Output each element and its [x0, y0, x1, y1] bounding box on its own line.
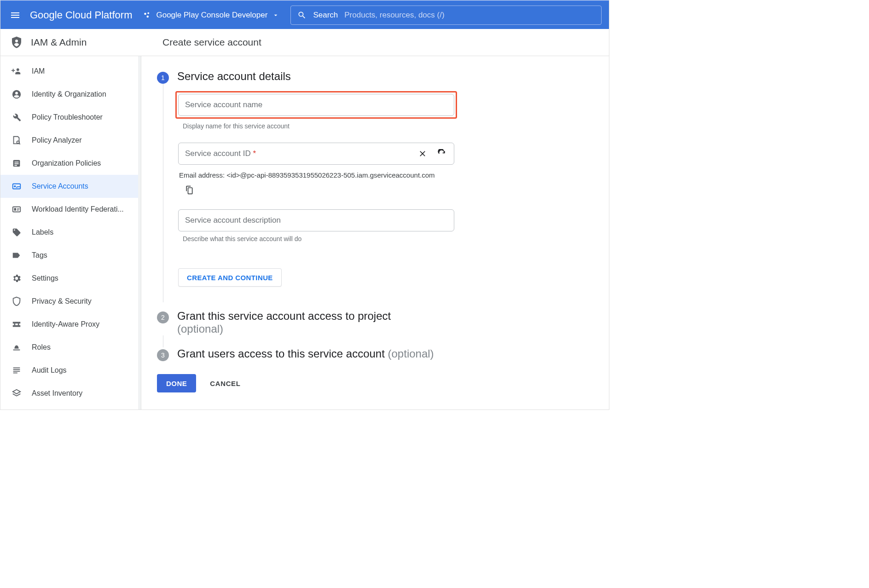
service-account-name-helper: Display name for this service account	[178, 122, 454, 130]
step-2-header[interactable]: 2 Grant this service account access to p…	[157, 310, 609, 335]
service-account-description-input[interactable]	[178, 209, 454, 231]
sidebar-item-org-policies[interactable]: Organization Policies	[0, 152, 141, 175]
main-content: 1 Service account details Display name f…	[141, 56, 609, 409]
sidebar-item-tags[interactable]: Tags	[0, 244, 141, 267]
project-picker[interactable]: Google Play Console Developer	[139, 11, 283, 20]
id-card-icon	[12, 204, 22, 214]
svg-rect-23	[13, 373, 17, 374]
hamburger-icon	[10, 10, 21, 21]
svg-rect-15	[17, 210, 19, 211]
search-input[interactable]	[344, 11, 595, 20]
step-1-title: Service account details	[177, 70, 291, 83]
svg-point-5	[17, 141, 19, 144]
account-circle-icon	[12, 89, 22, 99]
svg-rect-7	[14, 161, 18, 162]
menu-button[interactable]	[8, 8, 23, 23]
done-button[interactable]: DONE	[157, 374, 196, 392]
cancel-button[interactable]: CANCEL	[210, 380, 240, 387]
logo-cloud-platform: Cloud Platform	[65, 9, 133, 21]
copy-icon	[185, 185, 194, 195]
sidebar-item-label: Privacy & Security	[32, 297, 92, 306]
section-title: IAM & Admin	[31, 37, 87, 48]
svg-point-1	[148, 12, 150, 14]
regenerate-id-button[interactable]	[436, 148, 447, 159]
svg-point-4	[17, 68, 19, 71]
top-app-bar: Google Cloud Platform Google Play Consol…	[0, 0, 609, 29]
gcp-logo[interactable]: Google Cloud Platform	[30, 9, 132, 21]
sidebar-item-label: Asset Inventory	[32, 389, 82, 398]
step-1-number: 1	[157, 72, 169, 84]
sidebar-item-labels[interactable]: Labels	[0, 221, 141, 244]
step-1-header: 1 Service account details	[157, 70, 609, 84]
clear-id-button[interactable]	[417, 148, 428, 159]
sidebar-item-audit-logs[interactable]: Audit Logs	[0, 359, 141, 382]
search-icon	[297, 11, 307, 20]
search-bar[interactable]: Search	[290, 6, 602, 25]
svg-point-3	[15, 40, 18, 42]
svg-rect-9	[14, 165, 17, 166]
svg-rect-14	[17, 208, 19, 209]
sidebar-item-label: Identity & Organization	[32, 90, 106, 98]
sidebar-item-iap[interactable]: Identity-Aware Proxy	[0, 313, 141, 336]
tag-icon	[12, 227, 22, 237]
sidebar-item-label: Identity-Aware Proxy	[32, 320, 99, 329]
sidebar-item-privacy-security[interactable]: Privacy & Security	[0, 290, 141, 313]
step-2-optional: (optional)	[177, 323, 223, 335]
doc-search-icon	[12, 135, 22, 145]
svg-rect-12	[13, 207, 21, 212]
svg-rect-22	[13, 371, 20, 372]
iam-shield-icon	[10, 35, 23, 49]
step-3-title: Grant users access to this service accou…	[177, 347, 388, 360]
service-account-email-helper: Email address: <id>@pc-api-8893593531955…	[178, 171, 454, 179]
step-3-number: 3	[157, 349, 169, 361]
sidebar-item-policy-analyzer[interactable]: Policy Analyzer	[0, 129, 141, 152]
sidebar-item-label: Policy Troubleshooter	[32, 113, 103, 121]
sidebar-item-workload-identity[interactable]: Workload Identity Federati...	[0, 198, 141, 221]
logo-google: Google	[30, 9, 63, 21]
service-account-name-input[interactable]	[178, 94, 454, 116]
svg-point-0	[145, 13, 147, 15]
svg-rect-8	[14, 163, 18, 164]
shield-outline-icon	[12, 296, 22, 306]
sidebar-nav: IAM Identity & Organization Policy Troub…	[0, 56, 141, 409]
project-dots-icon	[143, 11, 151, 19]
svg-rect-21	[13, 369, 20, 370]
sidebar-item-settings[interactable]: Settings	[0, 267, 141, 290]
page-title: Create service account	[162, 37, 261, 47]
search-label: Search	[313, 11, 338, 20]
hat-icon	[12, 342, 22, 352]
layers-icon	[12, 388, 22, 398]
chevron-down-icon	[272, 12, 279, 19]
sidebar-item-identity-org[interactable]: Identity & Organization	[0, 83, 141, 106]
create-and-continue-button[interactable]: CREATE AND CONTINUE	[178, 268, 282, 287]
svg-rect-16	[13, 322, 21, 324]
sidebar-item-label: Settings	[32, 274, 58, 282]
sidebar-item-service-accounts[interactable]: Service Accounts	[0, 175, 141, 198]
sidebar-scrollbar[interactable]	[138, 56, 141, 409]
step-3-header[interactable]: 3 Grant users access to this service acc…	[157, 347, 609, 361]
sidebar-item-asset-inventory[interactable]: Asset Inventory	[0, 382, 141, 405]
sidebar-item-roles[interactable]: Roles	[0, 336, 141, 359]
sidebar-item-label: Service Accounts	[32, 182, 88, 190]
sidebar-item-label: Roles	[32, 343, 51, 352]
step-2-number: 2	[157, 311, 169, 323]
svg-point-2	[147, 16, 149, 18]
required-mark: *	[253, 149, 256, 158]
sidebar-item-policy-troubleshooter[interactable]: Policy Troubleshooter	[0, 106, 141, 129]
list-icon	[12, 158, 22, 168]
gear-icon	[12, 273, 22, 283]
sidebar-item-iam[interactable]: IAM	[0, 60, 141, 83]
step-2-title: Grant this service account access to pro…	[177, 310, 391, 322]
person-add-icon	[12, 66, 22, 76]
sidebar-item-label: Organization Policies	[32, 159, 101, 167]
step-2-connector	[163, 335, 609, 347]
section-header: IAM & Admin Create service account	[0, 29, 609, 56]
step-3-optional: (optional)	[388, 347, 434, 360]
sidebar-item-label: Policy Analyzer	[32, 136, 82, 144]
service-account-id-input[interactable]: Service account ID *	[178, 143, 454, 165]
step-1-body: Display name for this service account Se…	[163, 84, 609, 302]
wrench-icon	[12, 112, 22, 122]
copy-email-button[interactable]	[184, 184, 195, 196]
sidebar-item-label: Workload Identity Federati...	[32, 205, 124, 213]
close-icon	[418, 149, 427, 158]
